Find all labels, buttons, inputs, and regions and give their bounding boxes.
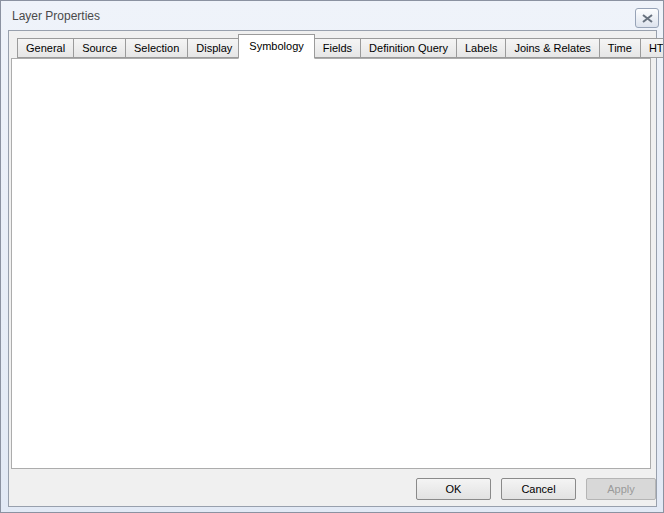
window-title: Layer Properties [12, 9, 100, 23]
tab-source[interactable]: Source [73, 38, 126, 58]
tab-joins-relates[interactable]: Joins & Relates [505, 38, 599, 58]
tab-symbology[interactable]: Symbology [238, 34, 314, 59]
symbology-tab-page [11, 58, 651, 469]
tab-general[interactable]: General [17, 38, 74, 58]
tab-html-popup[interactable]: HTML Popup [640, 38, 664, 58]
tab-time[interactable]: Time [599, 38, 641, 58]
close-button[interactable] [635, 8, 659, 28]
close-icon [642, 14, 653, 23]
cancel-button[interactable]: Cancel [501, 478, 576, 500]
tab-labels[interactable]: Labels [456, 38, 506, 58]
tab-definition-query[interactable]: Definition Query [360, 38, 457, 58]
tab-selection[interactable]: Selection [125, 38, 188, 58]
ok-button[interactable]: OK [416, 478, 491, 500]
apply-button[interactable]: Apply [586, 478, 656, 500]
tab-strip: General Source Selection Display Symbolo… [17, 34, 664, 59]
tab-display[interactable]: Display [187, 38, 241, 58]
title-bar[interactable]: Layer Properties [1, 1, 664, 31]
layer-properties-dialog: Layer Properties General Source Selectio… [0, 0, 664, 513]
tab-fields[interactable]: Fields [314, 38, 361, 58]
